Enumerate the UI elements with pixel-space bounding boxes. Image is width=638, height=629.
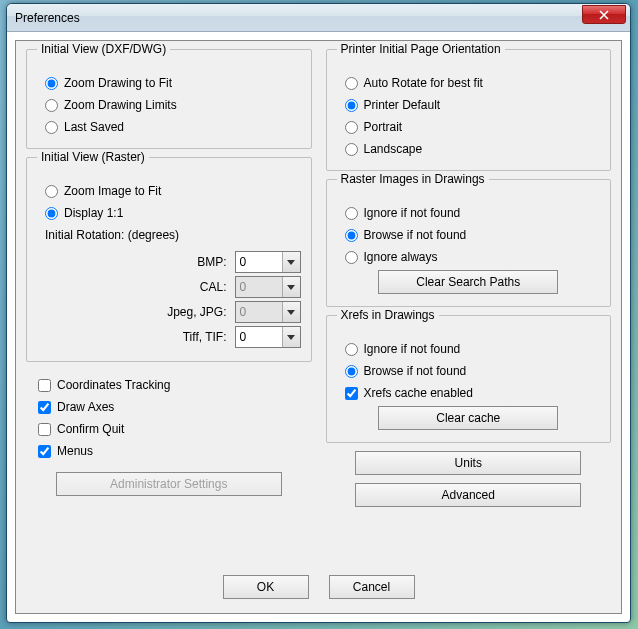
preferences-window: Preferences Initial View (DXF/DWG) Zoom … bbox=[6, 3, 631, 623]
raster-option: Display 1:1 bbox=[37, 202, 301, 224]
rotation-row: BMP:0 bbox=[37, 251, 301, 273]
legend-initial-view-raster: Initial View (Raster) bbox=[37, 150, 149, 164]
cancel-button[interactable]: Cancel bbox=[329, 575, 415, 599]
dxf-radio[interactable] bbox=[45, 77, 58, 90]
rotation-select[interactable]: 0 bbox=[235, 251, 301, 273]
rotation-format-label: CAL: bbox=[200, 280, 229, 294]
rotation-select-value: 0 bbox=[240, 305, 247, 319]
option-checkbox[interactable] bbox=[38, 401, 51, 414]
rotation-format-label: Jpeg, JPG: bbox=[167, 305, 228, 319]
raster-option: Zoom Image to Fit bbox=[37, 180, 301, 202]
rotation-label: Initial Rotation: (degrees) bbox=[37, 224, 301, 248]
printer-radio[interactable] bbox=[345, 143, 358, 156]
rotation-select-value: 0 bbox=[240, 280, 247, 294]
chevron-down-icon bbox=[282, 252, 300, 272]
xrefs-radio[interactable] bbox=[345, 343, 358, 356]
printer-label: Auto Rotate for best fit bbox=[364, 76, 483, 90]
rotation-select-value: 0 bbox=[240, 255, 247, 269]
option-row: Draw Axes bbox=[30, 396, 312, 418]
raster-img-radio[interactable] bbox=[345, 251, 358, 264]
option-row: Coordinates Tracking bbox=[30, 374, 312, 396]
dxf-option: Zoom Drawing Limits bbox=[37, 94, 301, 116]
raster-radio[interactable] bbox=[45, 185, 58, 198]
rotation-select-value: 0 bbox=[240, 330, 247, 344]
titlebar: Preferences bbox=[7, 4, 630, 32]
rotation-row: Jpeg, JPG:0 bbox=[37, 301, 301, 323]
xrefs-option: Ignore if not found bbox=[337, 338, 601, 360]
dxf-label: Zoom Drawing to Fit bbox=[64, 76, 172, 90]
bottom-bar: OK Cancel bbox=[16, 575, 621, 599]
printer-radio[interactable] bbox=[345, 99, 358, 112]
raster-img-radio[interactable] bbox=[345, 207, 358, 220]
window-title: Preferences bbox=[15, 11, 80, 25]
chevron-down-icon bbox=[282, 327, 300, 347]
option-row: Confirm Quit bbox=[30, 418, 312, 440]
option-label: Draw Axes bbox=[57, 400, 114, 414]
printer-option: Printer Default bbox=[337, 94, 601, 116]
legend-raster-images: Raster Images in Drawings bbox=[337, 172, 489, 186]
legend-xrefs: Xrefs in Drawings bbox=[337, 308, 439, 322]
advanced-button[interactable]: Advanced bbox=[355, 483, 581, 507]
dxf-option: Last Saved bbox=[37, 116, 301, 138]
rotation-row: CAL:0 bbox=[37, 276, 301, 298]
xrefs-label: Ignore if not found bbox=[364, 342, 461, 356]
fieldset-xrefs: Xrefs in Drawings Ignore if not foundBro… bbox=[326, 315, 612, 443]
printer-radio[interactable] bbox=[345, 121, 358, 134]
legend-initial-view-dxf: Initial View (DXF/DWG) bbox=[37, 42, 170, 56]
xrefs-option: Browse if not found bbox=[337, 360, 601, 382]
client-area: Initial View (DXF/DWG) Zoom Drawing to F… bbox=[15, 40, 622, 614]
checkbox-block: Coordinates TrackingDraw AxesConfirm Qui… bbox=[26, 370, 312, 466]
units-button[interactable]: Units bbox=[355, 451, 581, 475]
ok-button[interactable]: OK bbox=[223, 575, 309, 599]
printer-radio[interactable] bbox=[345, 77, 358, 90]
fieldset-initial-view-raster: Initial View (Raster) Zoom Image to FitD… bbox=[26, 157, 312, 362]
admin-settings-button: Administrator Settings bbox=[56, 472, 282, 496]
option-label: Menus bbox=[57, 444, 93, 458]
right-column: Printer Initial Page Orientation Auto Ro… bbox=[326, 49, 612, 507]
fieldset-raster-images: Raster Images in Drawings Ignore if not … bbox=[326, 179, 612, 307]
raster-img-option: Ignore always bbox=[337, 246, 601, 268]
option-label: Confirm Quit bbox=[57, 422, 124, 436]
raster-img-radio[interactable] bbox=[345, 229, 358, 242]
clear-search-paths-button[interactable]: Clear Search Paths bbox=[378, 270, 558, 294]
xrefs-cache-checkbox[interactable] bbox=[345, 387, 358, 400]
dxf-radio[interactable] bbox=[45, 99, 58, 112]
option-label: Coordinates Tracking bbox=[57, 378, 170, 392]
raster-radio[interactable] bbox=[45, 207, 58, 220]
rotation-format-label: BMP: bbox=[197, 255, 228, 269]
printer-label: Portrait bbox=[364, 120, 403, 134]
xrefs-radio[interactable] bbox=[345, 365, 358, 378]
close-button[interactable] bbox=[582, 5, 626, 24]
rotation-select[interactable]: 0 bbox=[235, 326, 301, 348]
legend-printer-orientation: Printer Initial Page Orientation bbox=[337, 42, 505, 56]
raster-img-option: Ignore if not found bbox=[337, 202, 601, 224]
rotation-select: 0 bbox=[235, 301, 301, 323]
printer-option: Auto Rotate for best fit bbox=[337, 72, 601, 94]
printer-label: Landscape bbox=[364, 142, 423, 156]
option-checkbox[interactable] bbox=[38, 379, 51, 392]
printer-label: Printer Default bbox=[364, 98, 441, 112]
rotation-select: 0 bbox=[235, 276, 301, 298]
dxf-radio[interactable] bbox=[45, 121, 58, 134]
chevron-down-icon bbox=[282, 302, 300, 322]
rotation-format-label: Tiff, TIF: bbox=[183, 330, 229, 344]
raster-label: Zoom Image to Fit bbox=[64, 184, 161, 198]
raster-img-label: Ignore if not found bbox=[364, 206, 461, 220]
left-column: Initial View (DXF/DWG) Zoom Drawing to F… bbox=[26, 49, 312, 507]
option-checkbox[interactable] bbox=[38, 445, 51, 458]
xrefs-cache-label: Xrefs cache enabled bbox=[364, 386, 473, 400]
rotation-row: Tiff, TIF:0 bbox=[37, 326, 301, 348]
dxf-label: Last Saved bbox=[64, 120, 124, 134]
xrefs-cache-row: Xrefs cache enabled bbox=[337, 382, 601, 404]
printer-option: Landscape bbox=[337, 138, 601, 160]
xrefs-label: Browse if not found bbox=[364, 364, 467, 378]
dxf-option: Zoom Drawing to Fit bbox=[37, 72, 301, 94]
raster-label: Display 1:1 bbox=[64, 206, 123, 220]
option-checkbox[interactable] bbox=[38, 423, 51, 436]
raster-img-label: Ignore always bbox=[364, 250, 438, 264]
dxf-label: Zoom Drawing Limits bbox=[64, 98, 177, 112]
clear-cache-button[interactable]: Clear cache bbox=[378, 406, 558, 430]
option-row: Menus bbox=[30, 440, 312, 462]
chevron-down-icon bbox=[282, 277, 300, 297]
fieldset-printer-orientation: Printer Initial Page Orientation Auto Ro… bbox=[326, 49, 612, 171]
